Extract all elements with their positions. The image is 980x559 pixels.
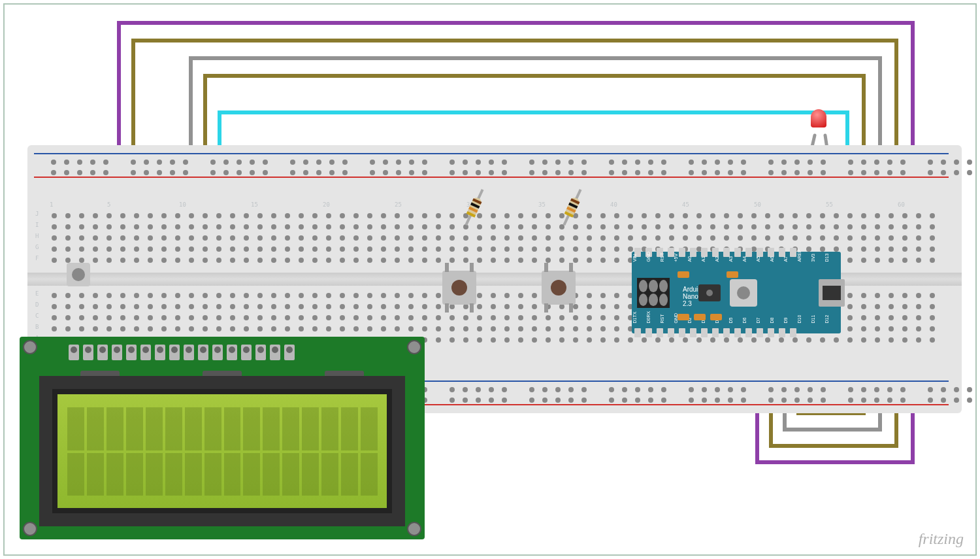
row-label: I (35, 222, 39, 228)
lcd-screen: for(let i=0;i<32;i++)document.write('<di… (52, 389, 392, 513)
col-label: 15 (251, 201, 258, 208)
row-label: J (35, 211, 39, 217)
lcd-16x2: for(let i=0;i<16;i++)document.write('<di… (20, 337, 425, 539)
led-red (807, 109, 830, 142)
pushbutton-1 (442, 271, 476, 305)
row-label: D (35, 301, 39, 308)
col-label: 60 (898, 201, 905, 208)
row-label: H (35, 233, 39, 239)
potentiometer (67, 263, 90, 286)
arduino-nano: for(let i=0;i<15;i++)document.write('<di… (632, 252, 841, 333)
nano-bottom-pins: for(let i=0;i<15;i++)document.write('<di… (634, 328, 796, 337)
row-label: E (35, 290, 39, 297)
col-label: 20 (323, 201, 330, 208)
row-label: C (35, 313, 39, 319)
col-label: 25 (395, 201, 402, 208)
col-label: 50 (754, 201, 761, 208)
fritzing-watermark: fritzing (919, 530, 964, 548)
col-label: 40 (610, 201, 617, 208)
col-label: 55 (826, 201, 833, 208)
col-label: 35 (538, 201, 546, 208)
pushbutton-2 (542, 271, 576, 305)
col-label: 1 (50, 201, 53, 208)
col-label: 45 (682, 201, 689, 208)
row-label: G (35, 244, 39, 250)
col-label: 10 (179, 201, 186, 208)
row-label: B (35, 324, 39, 330)
lcd-pin-header: for(let i=0;i<16;i++)document.write('<di… (69, 345, 295, 360)
col-label: 5 (107, 201, 110, 208)
row-label: F (35, 255, 39, 262)
